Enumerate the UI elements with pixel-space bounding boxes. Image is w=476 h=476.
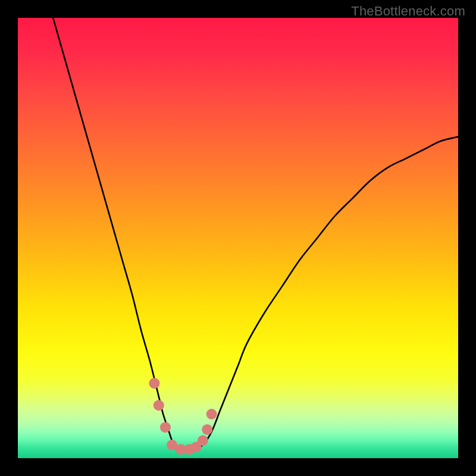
- chart-frame: TheBottleneck.com: [0, 0, 476, 476]
- highlight-dot: [160, 422, 171, 433]
- highlight-dot: [198, 435, 208, 446]
- curve-layer: [18, 18, 458, 458]
- highlight-dots: [149, 378, 217, 455]
- highlight-dot: [154, 400, 164, 411]
- highlight-dot: [202, 424, 212, 435]
- watermark-text: TheBottleneck.com: [351, 4, 465, 19]
- highlight-dot: [149, 378, 159, 389]
- highlight-dot: [206, 409, 217, 419]
- plot-area: [18, 18, 458, 458]
- bottleneck-curve: [53, 18, 458, 450]
